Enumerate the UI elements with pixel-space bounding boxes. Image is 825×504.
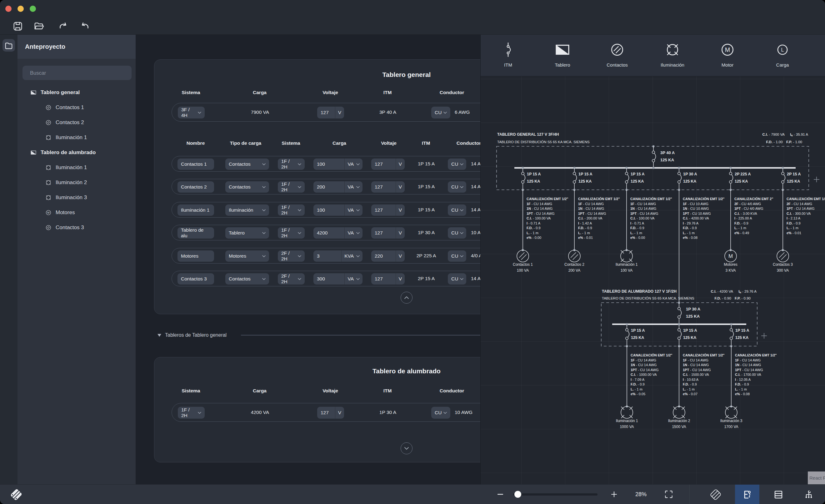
zoom-out-button[interactable] bbox=[496, 490, 505, 499]
branch-contactos-2[interactable]: 1P 15 A125 KACANALIZACIÓN EMT 1/2"1F - C… bbox=[565, 167, 620, 273]
palette-item-contactos[interactable]: Contactos bbox=[598, 38, 636, 73]
sub-tableros-section-toggle[interactable]: Tableros de Tablero general bbox=[157, 331, 480, 340]
single-line-diagram[interactable]: TABLERO GENERAL 127 V 3F/4HTABLERO DE DI… bbox=[480, 35, 825, 484]
palette-item-tablero[interactable]: Tablero bbox=[543, 38, 582, 73]
voltaje-input[interactable]: 220V bbox=[371, 250, 405, 262]
branch-motores[interactable]: 2P 225 A125 KACANALIZACIÓN EMT 2"2F - CU… bbox=[724, 167, 773, 273]
reactflow-attribution[interactable]: React Flow bbox=[808, 472, 825, 484]
tree-item-label: Iluminación 1 bbox=[56, 164, 87, 171]
open-file-button[interactable] bbox=[33, 21, 45, 32]
tree-item-iluminación-2[interactable]: Iluminación 2 bbox=[45, 175, 87, 190]
nombre-input[interactable]: Contactos 1 bbox=[177, 158, 214, 170]
tree-item-contactos-2[interactable]: Contactos 2 bbox=[45, 115, 84, 130]
branch-contactos-3[interactable]: 2P 15 A125 KACANALIZACIÓN EMT 1/2"2F - C… bbox=[773, 167, 825, 273]
sistema-select[interactable]: 2F / 2H bbox=[278, 273, 305, 285]
tipo-de-carga-select[interactable]: Tablero bbox=[225, 227, 269, 238]
tree-item-iluminación-3[interactable]: Iluminación 3 bbox=[45, 190, 87, 205]
tree-item-tablero-general[interactable]: Tablero general bbox=[29, 85, 80, 100]
carga-input[interactable]: 300VA bbox=[313, 273, 363, 285]
diagram-canvas[interactable]: TABLERO GENERAL 127 V 3F/4HTABLERO DE DI… bbox=[480, 35, 825, 484]
tipo-de-carga-select[interactable]: Motores bbox=[225, 250, 269, 262]
voltaje-input[interactable]: 127V bbox=[371, 158, 405, 170]
voltaje-input[interactable]: 127V bbox=[371, 273, 405, 285]
view-hierarchy-button[interactable] bbox=[797, 485, 821, 504]
tablero-diagram-1[interactable]: TABLERO DE ALUMBRADO 127 V 1F/2HTABLERO … bbox=[601, 289, 777, 429]
conductor-material-select[interactable]: CU bbox=[448, 158, 466, 170]
nombre-input[interactable]: Tablero de alu bbox=[177, 227, 214, 238]
conductor-material-select[interactable]: CU bbox=[448, 205, 466, 216]
tree-item-contactos-3[interactable]: Contactos 3 bbox=[45, 220, 84, 235]
branch-iluminación-1[interactable]: 1P 15 A125 KACANALIZACIÓN EMT 1/2"1F - C… bbox=[616, 323, 673, 429]
sistema-select[interactable]: 1F / 2H bbox=[278, 227, 305, 238]
zoom-window-button[interactable] bbox=[30, 6, 36, 12]
palette-item-itm[interactable]: ITM bbox=[489, 38, 527, 73]
sidebar: Anteproyecto Tablero generalContactos 1C… bbox=[17, 35, 136, 484]
nombre-input[interactable]: Iluminación 1 bbox=[177, 205, 214, 216]
nombre-input[interactable]: Motores bbox=[177, 250, 214, 262]
expand-card-button[interactable] bbox=[401, 442, 412, 454]
tree-item-motores[interactable]: MMotores bbox=[45, 205, 75, 220]
tree-item-tablero-de-alumbrado[interactable]: Tablero de alumbrado bbox=[29, 145, 96, 160]
undo-button[interactable] bbox=[79, 21, 91, 32]
sistema-select[interactable]: 1F / 2H bbox=[278, 158, 305, 170]
palette-item-iluminacion[interactable]: Iluminación bbox=[653, 38, 692, 73]
sistema-select[interactable]: 3F / 4H bbox=[178, 106, 205, 119]
conductor-size: 14 AWG bbox=[471, 156, 480, 171]
sistema-select[interactable]: 1F / 2H bbox=[278, 205, 305, 216]
voltaje-input[interactable]: 127V bbox=[371, 182, 405, 193]
view-table-button[interactable] bbox=[766, 485, 791, 504]
branch-feeder[interactable]: 1P 30 A125 KACANALIZACIÓN EMT 1/2"1F - C… bbox=[678, 167, 725, 303]
nombre-input[interactable]: Contactos 3 bbox=[177, 273, 214, 285]
voltaje-input[interactable]: 127V bbox=[371, 205, 405, 216]
branch-iluminación-1[interactable]: 1P 15 A125 KACANALIZACIÓN EMT 1/2"1F - C… bbox=[616, 167, 672, 273]
sistema-select[interactable]: 1F / 2H bbox=[278, 182, 305, 193]
voltaje-input[interactable]: 127 V bbox=[317, 407, 344, 419]
carga-input[interactable]: 100VA bbox=[313, 158, 363, 170]
conductor-material-select[interactable]: CU bbox=[448, 227, 466, 238]
view-unifilar-button[interactable] bbox=[735, 485, 759, 504]
tipo-de-carga-select[interactable]: Iluminación bbox=[225, 205, 269, 216]
conductor-material-select[interactable]: CU bbox=[431, 106, 450, 119]
branch-iluminación-2[interactable]: 1P 15 A125 KACANALIZACIÓN EMT 1/2"1F - C… bbox=[668, 323, 725, 429]
tree-item-iluminación-1[interactable]: Iluminación 1 bbox=[45, 130, 87, 145]
redo-button[interactable] bbox=[58, 21, 69, 32]
carga-input[interactable]: 3KVA bbox=[313, 250, 363, 262]
voltaje-input[interactable]: 127V bbox=[371, 227, 405, 238]
close-window-button[interactable] bbox=[5, 6, 12, 12]
sistema-select[interactable]: 2F / 2H bbox=[278, 250, 305, 262]
zoom-slider-knob[interactable] bbox=[514, 491, 521, 498]
tipo-de-carga-select[interactable]: Contactos bbox=[225, 158, 269, 170]
tipo-de-carga-select[interactable]: Contactos bbox=[225, 273, 269, 285]
minimize-window-button[interactable] bbox=[17, 6, 24, 12]
tree-item-contactos-1[interactable]: Contactos 1 bbox=[45, 100, 84, 115]
tablero-diagram-0[interactable]: TABLERO GENERAL 127 V 3F/4HTABLERO DE DI… bbox=[497, 132, 825, 303]
add-circuit-button[interactable] bbox=[814, 176, 819, 182]
voltaje-input[interactable]: 127 V bbox=[317, 106, 344, 119]
palette-item-carga[interactable]: LCarga bbox=[763, 38, 802, 73]
branch-iluminación-3[interactable]: 1P 15 A125 KACANALIZACIÓN EMT 1/2"1F - C… bbox=[720, 323, 777, 429]
palette-item-motor[interactable]: MMotor bbox=[708, 38, 747, 73]
zoom-in-button[interactable] bbox=[609, 490, 619, 499]
conductor-material-select[interactable]: CU bbox=[431, 407, 450, 419]
project-explorer-button[interactable] bbox=[2, 39, 15, 52]
tipo-de-carga-select[interactable]: Contactos bbox=[225, 182, 269, 193]
sistema-select[interactable]: 1F / 2H bbox=[178, 407, 205, 419]
fit-view-button[interactable] bbox=[663, 489, 674, 500]
tree-item-iluminación-1[interactable]: Iluminación 1 bbox=[45, 160, 87, 175]
nombre-input[interactable]: Contactos 2 bbox=[177, 182, 214, 193]
conductor-material-select[interactable]: CU bbox=[448, 273, 466, 285]
branch-contactos-1[interactable]: 1P 15 A125 KACANALIZACIÓN EMT 1/2"1F - C… bbox=[513, 167, 569, 273]
add-circuit-button[interactable] bbox=[761, 333, 767, 339]
search-input[interactable] bbox=[22, 66, 132, 80]
save-button[interactable] bbox=[12, 21, 23, 32]
conductor-material-select[interactable]: CU bbox=[448, 250, 466, 262]
carga-input[interactable]: 4200VA bbox=[313, 227, 363, 238]
carga-input[interactable]: 100VA bbox=[313, 205, 363, 216]
conductor-size: 14 AWG bbox=[471, 271, 480, 286]
svg-text:1N - CU 10 AWG: 1N - CU 10 AWG bbox=[683, 207, 709, 210]
view-tablero-button[interactable] bbox=[703, 485, 728, 504]
conductor-material-select[interactable]: CU bbox=[448, 182, 466, 193]
zoom-slider[interactable] bbox=[513, 493, 598, 496]
carga-input[interactable]: 200VA bbox=[313, 182, 363, 193]
collapse-card-button[interactable] bbox=[401, 292, 412, 304]
